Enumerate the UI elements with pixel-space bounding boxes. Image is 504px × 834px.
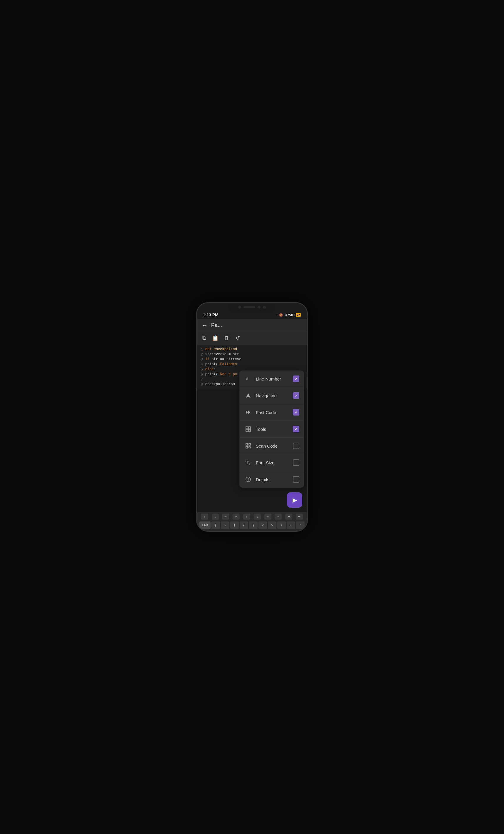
code-text-7 xyxy=(205,377,207,381)
key-up1[interactable]: ↑ xyxy=(201,513,208,520)
svg-point-19 xyxy=(248,478,249,479)
line-num-7: 7 xyxy=(197,377,205,382)
key-quote[interactable]: " xyxy=(296,522,305,529)
key-lbrace[interactable]: { xyxy=(239,522,248,529)
checkbox-navigation[interactable]: ✓ xyxy=(293,392,299,399)
dots-icon: ··· xyxy=(275,313,278,317)
copy-icon[interactable]: ⧉ xyxy=(202,334,207,342)
app-header: ← Pa... xyxy=(197,319,307,332)
fast-code-icon xyxy=(244,408,252,416)
status-icons: ··· 🔕 ⊠ WiFi 37 xyxy=(275,313,301,317)
refresh-icon[interactable]: ↺ xyxy=(235,334,240,342)
menu-label-scan-code: Scan Code xyxy=(256,443,289,448)
checkbox-font-size[interactable] xyxy=(293,459,299,466)
navigation-icon xyxy=(244,391,252,400)
key-enter2[interactable]: ↵ xyxy=(296,513,303,520)
wifi-icon: WiFi xyxy=(288,313,295,317)
svg-rect-7 xyxy=(249,430,251,432)
checkbox-tools[interactable]: ✓ xyxy=(293,426,299,432)
keyboard-main-row: TAB ( ) ! { } < > / = " xyxy=(198,522,306,529)
checkbox-fast-code[interactable]: ✓ xyxy=(293,409,299,416)
key-down1[interactable]: ↓ xyxy=(212,513,219,520)
key-left2[interactable]: ← xyxy=(265,513,271,520)
keyboard-area: ↑ ↓ ← → ↑ ↓ ← → ↵ ↵ TAB ( ) ! { } < > / … xyxy=(197,512,307,531)
svg-text:T: T xyxy=(246,460,249,465)
delete-icon[interactable]: 🗑 xyxy=(224,334,230,342)
menu-item-line-number[interactable]: # Line Number ✓ xyxy=(239,371,304,387)
key-equals[interactable]: = xyxy=(287,522,295,529)
checkbox-details[interactable] xyxy=(293,476,299,483)
line-num-6: 6 xyxy=(197,372,205,377)
keyboard-extra-row: ↑ ↓ ← → ↑ ↓ ← → ↵ ↵ xyxy=(198,513,306,520)
phone-frame: 1:13 PM ··· 🔕 ⊠ WiFi 37 ← Pa... ⧉ 📋 🗑 ↺ … xyxy=(196,302,308,532)
menu-label-navigation: Navigation xyxy=(256,393,289,398)
svg-text:T: T xyxy=(249,462,251,465)
menu-item-tools[interactable]: Tools ✓ xyxy=(239,421,304,438)
menu-item-fast-code[interactable]: Fast Code ✓ xyxy=(239,404,304,421)
code-text-5: else: xyxy=(205,367,216,371)
camera-dot-3 xyxy=(263,306,266,309)
checkbox-scan-code[interactable] xyxy=(293,443,299,449)
camera-notch xyxy=(228,303,276,311)
back-button[interactable]: ← xyxy=(202,322,208,329)
svg-rect-10 xyxy=(246,446,248,448)
status-time: 1:13 PM xyxy=(203,312,219,317)
key-up2[interactable]: ↑ xyxy=(243,513,250,520)
run-button[interactable]: ▶ xyxy=(287,492,302,508)
font-size-icon: T T xyxy=(244,459,252,467)
line-num-1: 1 xyxy=(197,347,205,352)
battery-icon: 37 xyxy=(296,313,301,317)
key-down2[interactable]: ↓ xyxy=(254,513,261,520)
check-fast-icon: ✓ xyxy=(295,410,298,415)
line-num-2: 2 xyxy=(197,352,205,357)
scan-code-icon xyxy=(244,442,252,450)
toolbar: ⧉ 📋 🗑 ↺ xyxy=(197,332,307,345)
svg-rect-5 xyxy=(249,427,251,429)
menu-item-scan-code[interactable]: Scan Code xyxy=(239,438,304,454)
key-tab[interactable]: TAB xyxy=(199,522,210,529)
menu-item-navigation[interactable]: Navigation ✓ xyxy=(239,387,304,404)
key-enter1[interactable]: ↵ xyxy=(285,513,292,520)
code-text-1: def checkpalind xyxy=(205,347,237,351)
code-text-3: if str == strreve xyxy=(205,357,241,361)
key-rparen[interactable]: ) xyxy=(221,522,229,529)
code-line-1: 1 def checkpalind xyxy=(197,347,307,352)
menu-label-details: Details xyxy=(256,477,289,482)
svg-rect-8 xyxy=(246,443,248,445)
details-icon xyxy=(244,475,252,483)
dropdown-menu: # Line Number ✓ Navigation ✓ xyxy=(239,371,304,488)
key-rbrace[interactable]: } xyxy=(249,522,258,529)
key-gt[interactable]: > xyxy=(268,522,276,529)
key-slash[interactable]: / xyxy=(277,522,286,529)
content-area: 1 def checkpalind 2 strreverse = str 3 i… xyxy=(197,345,307,532)
check-icon: ✓ xyxy=(295,377,298,381)
key-lt[interactable]: < xyxy=(258,522,267,529)
svg-rect-4 xyxy=(246,427,248,429)
key-lparen[interactable]: ( xyxy=(211,522,220,529)
svg-marker-2 xyxy=(246,411,248,414)
menu-item-details[interactable]: Details xyxy=(239,471,304,488)
code-line-3: 3 if str == strreve xyxy=(197,357,307,362)
clipboard-icon[interactable]: 📋 xyxy=(211,334,219,342)
camera-dot-2 xyxy=(258,306,260,309)
alarm-icon: ⊠ xyxy=(284,313,287,317)
code-line-2: 2 strreverse = str xyxy=(197,352,307,357)
svg-marker-1 xyxy=(246,393,251,398)
key-exclaim[interactable]: ! xyxy=(230,522,239,529)
menu-label-fast-code: Fast Code xyxy=(256,410,289,415)
key-left1[interactable]: ← xyxy=(222,513,229,520)
line-num-8: 8 xyxy=(197,382,205,387)
menu-item-font-size[interactable]: T T Font Size xyxy=(239,454,304,471)
check-tools-icon: ✓ xyxy=(295,427,298,432)
svg-rect-9 xyxy=(249,443,251,445)
key-right1[interactable]: → xyxy=(233,513,239,520)
check-nav-icon: ✓ xyxy=(295,393,298,398)
menu-label-tools: Tools xyxy=(256,427,289,432)
checkbox-line-number[interactable]: ✓ xyxy=(293,375,299,382)
camera-dot xyxy=(238,306,241,309)
camera-bar xyxy=(244,306,255,308)
svg-marker-3 xyxy=(248,411,250,414)
key-right2[interactable]: → xyxy=(275,513,282,520)
app-title: Pa... xyxy=(211,322,222,328)
menu-label-line-number: Line Number xyxy=(256,376,289,381)
